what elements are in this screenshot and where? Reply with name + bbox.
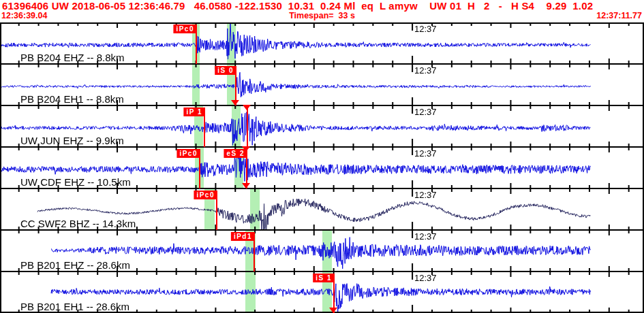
phase-pick-label[interactable]: iPd1 (231, 232, 254, 241)
phase-pick-label[interactable]: iPc0 (194, 191, 217, 199)
phase-pick-label[interactable]: iPc0 (173, 24, 196, 33)
trace-row[interactable]: 12:37 PB B201 EH1 -- 28.6km iS 1 (0, 271, 644, 313)
station-label: PB B204 EH1 -- 8.8km (20, 93, 124, 105)
phase-pick-label[interactable]: iP 1 (183, 108, 204, 116)
phase-pick-line[interactable] (247, 105, 248, 147)
minute-tick-label: 12:37 (414, 24, 437, 34)
phase-pick-label[interactable]: iS 1 (313, 274, 334, 282)
minute-tick-label: 12:37 (414, 148, 437, 159)
pick-triangle-marker (243, 105, 251, 110)
station-label: PB B201 EH1 -- 28.6km (20, 301, 129, 312)
trace-row[interactable]: 12:37 UW CDF EHZ -- 10.5km iPc0eS 2 (0, 147, 644, 188)
trace-row[interactable]: 12:37 PB B201 EHZ -- 28.6km iPd1 (0, 230, 644, 271)
minute-tick-label: 12:37 (414, 231, 437, 242)
seismic-review-window: 61396406 UW 2018-06-05 12:36:46.79 46.05… (0, 0, 644, 313)
station-label: UW JUN EHZ -- 9.9km (20, 135, 124, 146)
minute-tick-label: 12:37 (414, 65, 437, 76)
minute-tick-label: 12:37 (414, 107, 437, 117)
station-label: PB B201 EHZ -- 28.6km (20, 259, 130, 271)
trace-row[interactable]: 12:37 CC SWF2 BHZ -- 14.3km iPc0 (0, 188, 644, 230)
pick-triangle-marker (242, 146, 250, 152)
pick-triangle-marker (329, 308, 337, 313)
phase-pick-label[interactable]: iPc0 (177, 149, 200, 158)
trace-row[interactable]: 12:37 PB B204 EHZ -- 8.8km iPc0 (0, 22, 644, 64)
station-label: PB B204 EHZ -- 8.8km (20, 52, 125, 63)
pick-triangle-marker (242, 183, 250, 188)
station-label: UW CDF EHZ -- 10.5km (20, 176, 131, 188)
trace-row[interactable]: 12:37 UW JUN EHZ -- 9.9km iP 1 (0, 105, 644, 147)
minute-tick-label: 12:37 (414, 273, 437, 283)
trace-rows-layer: 12:37 PB B204 EHZ -- 8.8km iPc0 12:37 PB… (0, 0, 644, 313)
station-label: CC SWF2 BHZ -- 14.3km (20, 218, 136, 229)
phase-pick-label[interactable]: iS 0 (215, 66, 236, 75)
trace-row[interactable]: 12:37 PB B204 EH1 -- 8.8km iS 0 (0, 64, 644, 105)
minute-tick-label: 12:37 (414, 190, 437, 200)
pick-triangle-marker (231, 100, 239, 105)
